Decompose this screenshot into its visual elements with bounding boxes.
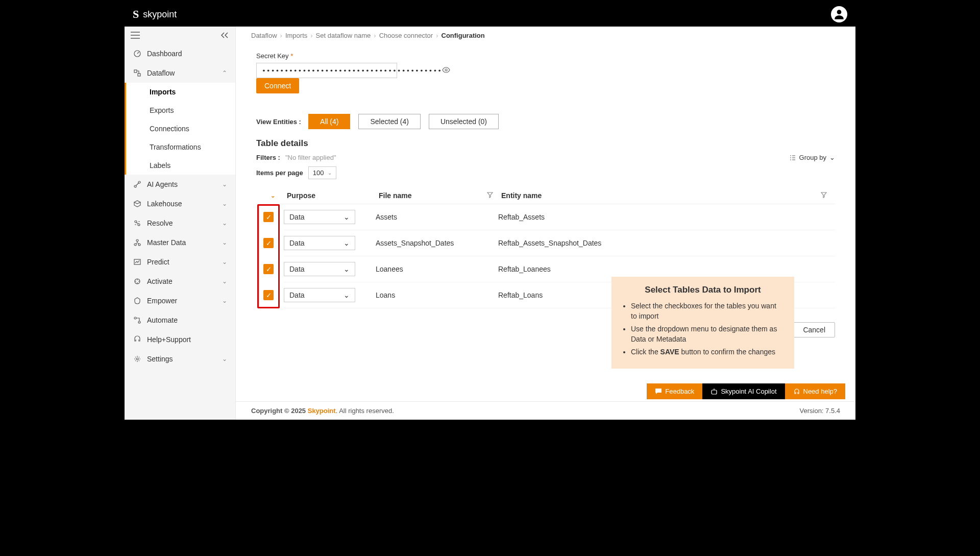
agents-icon (133, 180, 142, 189)
sidebar-item-resolve[interactable]: Resolve⌄ (125, 213, 235, 233)
chevron-right-icon: › (436, 32, 438, 39)
collapse-sidebar-icon[interactable] (220, 32, 229, 39)
feedback-button[interactable]: Feedback (647, 383, 702, 399)
view-entities-tab[interactable]: All (4) (308, 114, 351, 129)
entity-name-cell: Reftab_Assets (498, 213, 835, 221)
copilot-button[interactable]: Skypoint AI Copilot (702, 383, 785, 399)
sidebar-item-imports[interactable]: Imports (150, 83, 235, 101)
empower-icon (133, 296, 142, 305)
chevron-down-icon: ⌄ (344, 265, 350, 273)
sort-icon[interactable]: ⌄ (271, 192, 275, 199)
chevron-right-icon: › (310, 32, 312, 39)
purpose-select[interactable]: Data⌄ (284, 262, 355, 276)
sidebar-item-master-data[interactable]: Master Data⌄ (125, 233, 235, 252)
breadcrumb-item[interactable]: Imports (285, 32, 307, 39)
svg-point-14 (138, 321, 140, 323)
file-name-cell: Loanees (376, 265, 498, 273)
automate-icon (133, 316, 142, 325)
chevron-up-icon: ⌃ (222, 69, 227, 77)
headset-icon (793, 388, 800, 395)
sidebar-item-connections[interactable]: Connections (150, 119, 235, 138)
hamburger-icon[interactable] (131, 32, 140, 39)
sidebar-item-exports[interactable]: Exports (150, 101, 235, 119)
group-by-button[interactable]: Group by ⌄ (789, 154, 835, 161)
svg-point-16 (445, 69, 447, 71)
svg-point-0 (837, 10, 842, 14)
chevron-right-icon: › (280, 32, 282, 39)
purpose-select[interactable]: Data⌄ (284, 288, 355, 302)
entity-name-cell: Reftab_Loanees (498, 265, 835, 273)
chevron-right-icon: › (374, 32, 376, 39)
sidebar-item-dataflow[interactable]: Dataflow⌃ (125, 63, 235, 83)
chevron-down-icon: ⌄ (222, 220, 227, 227)
entity-name-cell: Reftab_Assets_Snapshot_Dates (498, 239, 835, 247)
svg-rect-3 (138, 74, 140, 76)
avatar[interactable] (831, 6, 847, 22)
settings-icon (133, 354, 142, 364)
cancel-button[interactable]: Cancel (793, 322, 835, 337)
checkbox-column-highlight: ✓✓✓✓ (257, 204, 280, 308)
sidebar-item-transformations[interactable]: Transformations (150, 138, 235, 156)
file-name-cell: Loans (376, 291, 498, 299)
row-checkbox[interactable]: ✓ (263, 238, 274, 248)
chevron-down-icon: ⌄ (222, 355, 227, 362)
items-per-page-select[interactable]: 100⌄ (308, 166, 337, 179)
sidebar-item-predict[interactable]: Predict⌄ (125, 252, 235, 272)
sidebar-item-automate[interactable]: Automate (125, 310, 235, 330)
brand[interactable]: S skypoint (133, 8, 177, 21)
purpose-select[interactable]: Data⌄ (284, 236, 355, 250)
sidebar-item-labels[interactable]: Labels (150, 156, 235, 175)
view-entities-label: View Entities : (256, 118, 301, 126)
row-checkbox[interactable]: ✓ (263, 290, 274, 300)
sidebar-item-settings[interactable]: Settings⌄ (125, 349, 235, 369)
chevron-down-icon: ⌄ (222, 258, 227, 265)
breadcrumb-item[interactable]: Set dataflow name (316, 32, 371, 39)
svg-point-13 (134, 317, 136, 319)
sidebar-item-lakehouse[interactable]: Lakehouse⌄ (125, 194, 235, 213)
master-icon (133, 238, 142, 247)
sidebar-item-activate[interactable]: Activate⌄ (125, 272, 235, 291)
purpose-select[interactable]: Data⌄ (284, 210, 355, 224)
sidebar-item-ai-agents[interactable]: AI Agents⌄ (125, 175, 235, 194)
dashboard-icon (133, 49, 142, 58)
row-checkbox[interactable]: ✓ (263, 264, 274, 274)
connect-button[interactable]: Connect (256, 78, 299, 93)
eye-icon[interactable] (442, 67, 450, 75)
file-name-cell: Assets_Snapshot_Dates (376, 239, 498, 247)
callout-bullet: Click the SAVE button to confirm the cha… (631, 347, 784, 357)
secret-key-input[interactable]: •••••••••••••••••••••••••••••••••••••••• (256, 63, 397, 78)
sidebar-item-dashboard[interactable]: Dashboard (125, 44, 235, 63)
skypoint-link[interactable]: Skypoint (308, 407, 336, 415)
svg-point-8 (136, 239, 138, 241)
sidebar-item-help-support[interactable]: Help+Support (125, 330, 235, 349)
filter-icon[interactable] (821, 192, 827, 200)
sidebar-item-empower[interactable]: Empower⌄ (125, 291, 235, 310)
resolve-icon (133, 219, 142, 228)
file-name-cell: Assets (376, 213, 498, 221)
help-icon (133, 335, 142, 344)
speech-icon (655, 388, 662, 395)
chevron-down-icon: ⌄ (344, 239, 350, 247)
filters-value: "No filter applied" (285, 154, 336, 161)
need-help-button[interactable]: Need help? (785, 383, 846, 399)
callout-title: Select Tables Data to Import (622, 285, 784, 295)
table-row: Data⌄Assets_Snapshot_DatesReftab_Assets_… (284, 230, 835, 256)
breadcrumb-item[interactable]: Choose connector (379, 32, 433, 39)
view-entities-tab[interactable]: Selected (4) (358, 114, 420, 129)
breadcrumb-item[interactable]: Dataflow (251, 32, 277, 39)
chevron-down-icon: ⌄ (222, 181, 227, 188)
version-label: Version: 7.5.4 (800, 407, 841, 415)
filter-icon[interactable] (487, 192, 493, 200)
chevron-down-icon: ⌄ (344, 291, 350, 299)
svg-point-6 (135, 221, 137, 223)
chevron-down-icon: ⌄ (829, 154, 835, 161)
user-icon (832, 8, 846, 21)
row-checkbox[interactable]: ✓ (263, 212, 274, 222)
chevron-down-icon: ⌄ (222, 297, 227, 304)
table-row: Data⌄AssetsReftab_Assets (284, 204, 835, 230)
brand-name: skypoint (143, 9, 177, 20)
sidebar: DashboardDataflow⌃ImportsExportsConnecti… (125, 27, 236, 420)
breadcrumb: Dataflow›Imports›Set dataflow name›Choos… (236, 27, 855, 45)
chevron-down-icon: ⌄ (222, 239, 227, 246)
view-entities-tab[interactable]: Unselected (0) (429, 114, 499, 129)
